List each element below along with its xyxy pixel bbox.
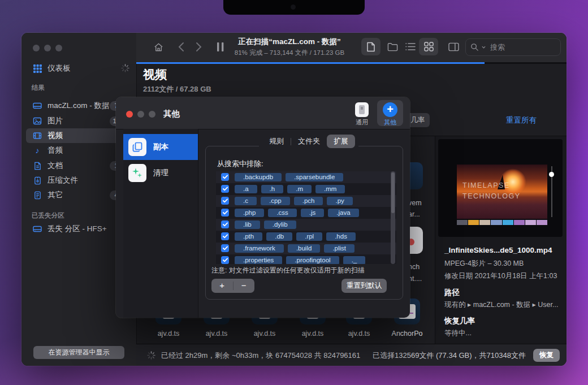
list-item-duplicates[interactable]: 副本 bbox=[123, 134, 198, 160]
checkbox-checked[interactable] bbox=[221, 244, 229, 252]
filter-note: 注意: 对文件过滤设置的任何更改仅适用于新的扫描 bbox=[211, 266, 365, 275]
extension-tag[interactable]: .proofingtool bbox=[286, 256, 339, 264]
extension-tag[interactable]: .dylib bbox=[264, 220, 296, 229]
scan-progress-text: 已经过 2h29m，剩余 ~0h33m，块 674754028 共 824796… bbox=[161, 351, 360, 361]
close-button[interactable] bbox=[126, 111, 133, 118]
toggle-panel-button[interactable] bbox=[444, 38, 463, 55]
extension-tag[interactable]: ._ bbox=[343, 256, 366, 264]
sidebar-item-dashboard[interactable]: 仪表板 bbox=[26, 61, 132, 76]
close-button[interactable] bbox=[33, 45, 40, 51]
extension-tag[interactable]: .plist bbox=[324, 244, 354, 253]
recovery-chance-label: 恢复几率 bbox=[444, 316, 475, 326]
extension-row: .c .cpp .pch .py bbox=[216, 195, 396, 207]
extension-tag[interactable]: .py bbox=[327, 197, 352, 205]
tab-rules[interactable]: 规则 bbox=[262, 135, 291, 148]
recover-button[interactable]: 恢复 bbox=[533, 349, 560, 362]
tab-extensions[interactable]: 扩展 bbox=[327, 135, 355, 148]
scan-progress-track bbox=[136, 62, 567, 64]
reset-all-link[interactable]: 重置所有 bbox=[506, 115, 537, 126]
extension-tag[interactable]: .rpl bbox=[296, 232, 322, 241]
checkbox-checked[interactable] bbox=[221, 232, 229, 240]
extension-tag[interactable]: .c bbox=[235, 197, 257, 205]
extension-tag[interactable]: .backupdb bbox=[235, 173, 282, 181]
extension-row: .lib .dylib bbox=[216, 219, 396, 231]
checkbox-checked[interactable] bbox=[221, 197, 229, 205]
dialog-tabs: 规则 文件夹 扩展 bbox=[259, 135, 358, 148]
file-name: _InfiniteSkies...de5_1000.mp4 bbox=[444, 246, 552, 254]
file-label: AnchorPo bbox=[387, 330, 427, 338]
scan-title-block: 正在扫描“macZL.com - 数据” 81% 完成 – 713,144 文件… bbox=[205, 37, 374, 57]
extension-tag[interactable]: .lib bbox=[235, 220, 260, 229]
status-bar: 已经过 2h29m，剩余 ~0h33m，块 674754028 共 824796… bbox=[136, 344, 567, 366]
search-field[interactable] bbox=[465, 38, 561, 56]
image-icon bbox=[33, 116, 42, 126]
checkbox-checked[interactable] bbox=[221, 185, 229, 193]
video-preview: TIMELAPSE TECHNOLOGY bbox=[438, 139, 563, 237]
extension-tag[interactable]: .db bbox=[266, 232, 292, 241]
recovery-chance-value: 等待中... bbox=[444, 328, 472, 338]
home-icon[interactable] bbox=[153, 42, 164, 53]
back-button[interactable] bbox=[178, 42, 184, 52]
filmstrip-scrubber[interactable] bbox=[457, 220, 547, 225]
file-modified: 修改日期 2021年10月18日 上午1:03 bbox=[444, 271, 557, 281]
checkbox-checked[interactable] bbox=[221, 209, 229, 217]
sidebar-item-label: 仪表板 bbox=[47, 63, 71, 73]
search-input[interactable] bbox=[489, 42, 554, 52]
copy-icon bbox=[128, 138, 146, 156]
zoom-button[interactable] bbox=[149, 111, 155, 118]
extension-row: .a .h .m .mm bbox=[216, 183, 396, 195]
view-folders-button[interactable] bbox=[383, 38, 402, 55]
extension-tag[interactable]: .pth bbox=[235, 232, 262, 241]
extension-tag[interactable]: .cpp bbox=[261, 197, 290, 205]
section-results: 结果 bbox=[32, 84, 45, 92]
forward-button[interactable] bbox=[196, 42, 202, 52]
video-preview-frame[interactable]: TIMELAPSE TECHNOLOGY bbox=[457, 165, 547, 219]
section-lost-partitions: 已丢失分区 bbox=[32, 211, 64, 220]
drive-icon bbox=[33, 224, 42, 233]
zoom-button[interactable] bbox=[55, 45, 62, 51]
minimize-button[interactable] bbox=[44, 45, 51, 51]
extension-tag[interactable]: .m bbox=[287, 185, 312, 193]
checkbox-checked[interactable] bbox=[221, 220, 229, 228]
extension-tag[interactable]: .framework bbox=[235, 244, 284, 253]
show-in-explorer-button[interactable]: 在资源管理器中显示 bbox=[33, 346, 124, 359]
tab-folders[interactable]: 文件夹 bbox=[291, 135, 327, 148]
extension-tag[interactable]: .a bbox=[235, 185, 257, 193]
extension-tag[interactable]: .css bbox=[268, 209, 296, 217]
pref-tab-other[interactable]: + 其他 bbox=[377, 100, 403, 126]
add-extension-button[interactable]: + bbox=[211, 279, 233, 293]
scrollbar-thumb[interactable] bbox=[391, 172, 395, 213]
extension-tag[interactable]: .java bbox=[328, 209, 358, 217]
preview-slider-handle[interactable] bbox=[549, 172, 554, 177]
dialog-source-list: 副本 清理 bbox=[123, 129, 198, 318]
extension-row: .framework .build .plist bbox=[216, 243, 396, 254]
extension-tag[interactable]: .build bbox=[288, 244, 321, 253]
view-files-button[interactable] bbox=[361, 38, 381, 55]
file-label: ajv.d.ts bbox=[339, 330, 379, 338]
file-lines-icon bbox=[33, 191, 42, 200]
scan-title: 正在扫描“macZL.com - 数据” bbox=[205, 37, 374, 47]
extension-tag[interactable]: .js bbox=[301, 209, 325, 217]
extension-tag[interactable]: .sparsebundle bbox=[286, 173, 343, 181]
extension-tag[interactable]: .h bbox=[261, 185, 284, 193]
list-item-cleanup[interactable]: 清理 bbox=[123, 160, 198, 186]
view-grid-button[interactable] bbox=[419, 38, 438, 55]
extension-tag[interactable]: .mm bbox=[315, 185, 345, 193]
grid-item-label: nt.... bbox=[408, 275, 422, 283]
minimize-button[interactable] bbox=[137, 111, 144, 118]
list-scrollbar[interactable] bbox=[391, 171, 395, 264]
view-list-button[interactable] bbox=[401, 38, 420, 55]
grid-item-label: vem bbox=[408, 199, 422, 207]
remove-extension-button[interactable]: − bbox=[234, 279, 255, 293]
reset-to-default-button[interactable]: 重置到默认 bbox=[341, 279, 387, 293]
extension-tag[interactable]: .properties bbox=[235, 256, 282, 264]
scan-progress-bar bbox=[136, 62, 485, 64]
checkbox-checked[interactable] bbox=[221, 173, 229, 181]
pref-tab-general[interactable]: 通用 bbox=[349, 100, 375, 126]
checkbox-checked[interactable] bbox=[221, 256, 229, 264]
extension-tag[interactable]: .pch bbox=[294, 197, 323, 205]
extension-tag[interactable]: .php bbox=[235, 209, 264, 217]
sidebar-item-label: 视频 bbox=[47, 131, 63, 141]
extension-tag[interactable]: .hds bbox=[326, 232, 356, 241]
extension-row: .php .css .js .java bbox=[216, 207, 396, 219]
